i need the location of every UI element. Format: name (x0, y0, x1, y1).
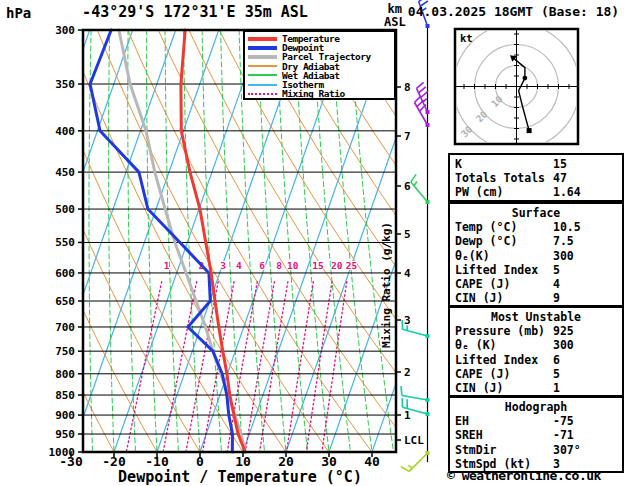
dry-adiabat-line-sample (248, 65, 277, 67)
svg-text:550: 550 (55, 236, 75, 249)
svg-text:650: 650 (55, 295, 75, 308)
mixing-ratio-line-sample (248, 93, 277, 95)
mu-row-cape: CAPE (J)5 (450, 367, 622, 381)
skewt-sounding-page: 1234681015202530035040045050055060065070… (0, 0, 629, 486)
svg-text:4: 4 (236, 260, 242, 271)
svg-text:30: 30 (321, 454, 337, 469)
svg-text:400: 400 (55, 125, 75, 138)
svg-text:2: 2 (404, 366, 411, 379)
mu-row-li: Lifted Index6 (450, 353, 622, 367)
page-title: -43°29'S 172°31'E 35m ASL (30, 3, 360, 21)
hodograph-stats-box: Hodograph EH-75 SREH-71 StmDir307° StmSp… (448, 396, 624, 473)
svg-text:15: 15 (312, 260, 324, 271)
svg-text:3: 3 (220, 260, 226, 271)
svg-text:5: 5 (404, 228, 411, 241)
stat-row-k: K15 (450, 157, 622, 171)
svg-text:950: 950 (55, 428, 75, 441)
surface-title: Surface (450, 206, 622, 220)
mixing-ratio-axis-label: Mixing Ratio (g/kg) (380, 222, 393, 348)
svg-text:350: 350 (55, 78, 75, 91)
mu-row-cin: CIN (J)1 (450, 381, 622, 395)
surface-row-li: Lifted Index5 (450, 263, 622, 277)
surface-row-cape: CAPE (J)4 (450, 277, 622, 291)
hodo-row-stmdir: StmDir307° (450, 443, 622, 457)
stat-row-pw: PW (cm)1.64 (450, 185, 622, 199)
svg-text:8: 8 (276, 260, 282, 271)
svg-text:10: 10 (287, 260, 299, 271)
x-axis-title: Dewpoint / Temperature (°C) (60, 468, 420, 486)
wet-adiabat-line-sample (248, 74, 277, 76)
altitude-axis-unit: km ASL (384, 3, 406, 29)
svg-text:700: 700 (55, 321, 75, 334)
wind-barb (411, 174, 430, 204)
svg-text:900: 900 (55, 409, 75, 422)
svg-text:0: 0 (196, 454, 204, 469)
surface-box: Surface Temp (°C)10.5 Dewp (°C)7.5 θₑ(K)… (448, 202, 624, 307)
svg-text:10: 10 (235, 454, 251, 469)
stat-row-totals: Totals Totals47 (450, 171, 622, 185)
svg-text:8: 8 (404, 81, 411, 94)
pressure-axis-unit: hPa (6, 5, 31, 21)
surface-row-cin: CIN (J)9 (450, 291, 622, 305)
svg-text:20: 20 (331, 260, 343, 271)
run-datetime: 04.03.2025 18GMT (Base: 18) (398, 4, 629, 19)
svg-text:450: 450 (55, 166, 75, 179)
most-unstable-title: Most Unstable (450, 310, 622, 324)
svg-text:LCL: LCL (404, 434, 424, 447)
svg-text:6: 6 (259, 260, 265, 271)
hodo-row-stmspd: StmSpd (kt)3 (450, 457, 622, 471)
hodograph-unit-label: kt (460, 32, 473, 44)
most-unstable-box: Most Unstable Pressure (mb)925 θₑ (K)300… (448, 306, 624, 397)
svg-text:3: 3 (404, 314, 411, 327)
km-asl-axis: 87654321LCL (396, 81, 424, 447)
surface-row-dewp: Dewp (°C)7.5 (450, 234, 622, 248)
hodo-row-eh: EH-75 (450, 414, 622, 428)
isotherm-line-sample (248, 84, 277, 86)
hodo-row-sreh: SREH-71 (450, 428, 622, 442)
svg-text:600: 600 (55, 267, 75, 280)
pressure-tick-labels: 3003504004505005506006507007508008509009… (49, 24, 84, 459)
svg-text:-20: -20 (102, 454, 126, 469)
svg-text:1: 1 (164, 260, 170, 271)
svg-text:750: 750 (55, 345, 75, 358)
svg-text:300: 300 (55, 24, 75, 37)
mu-row-pressure: Pressure (mb)925 (450, 324, 622, 338)
surface-row-thetae: θₑ(K)300 (450, 249, 622, 263)
wind-barb (401, 386, 430, 402)
svg-text:4: 4 (404, 267, 411, 280)
mu-row-thetae: θₑ (K)300 (450, 338, 622, 352)
hodograph-stats-title: Hodograph (450, 400, 622, 414)
parcel-line-sample (248, 55, 277, 59)
dewpoint-line-sample (248, 46, 277, 50)
legend-item-mixing-ratio: Mixing Ratio (245, 89, 394, 98)
svg-text:7: 7 (404, 130, 411, 143)
temperature-line-sample (248, 37, 277, 41)
indices-box: K15 Totals Totals47 PW (cm)1.64 (448, 153, 624, 202)
svg-text:850: 850 (55, 389, 75, 402)
legend: Temperature Dewpoint Parcel Trajectory D… (243, 30, 396, 100)
svg-text:500: 500 (55, 203, 75, 216)
svg-text:40: 40 (364, 454, 380, 469)
svg-text:20: 20 (278, 454, 294, 469)
svg-text:800: 800 (55, 368, 75, 381)
temperature-tick-labels: -30-20-10010203040 (59, 452, 380, 469)
svg-text:1: 1 (404, 409, 411, 422)
surface-row-temp: Temp (°C)10.5 (450, 220, 622, 234)
svg-text:-10: -10 (145, 454, 169, 469)
svg-text:-30: -30 (59, 454, 83, 469)
svg-text:6: 6 (404, 180, 411, 193)
svg-text:25: 25 (346, 260, 358, 271)
